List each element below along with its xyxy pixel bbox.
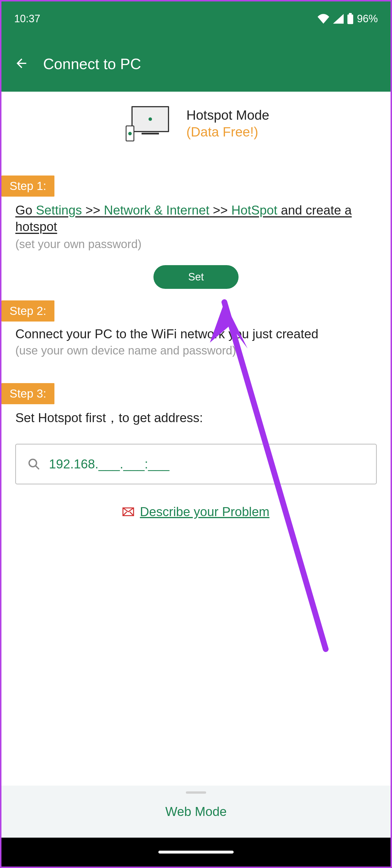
address-value: 192.168.___.___:___ — [49, 457, 169, 471]
step-2-hint: (use your own device name and password) — [15, 344, 377, 357]
footer-label: Web Mode — [165, 804, 227, 819]
mail-icon — [122, 507, 134, 516]
battery-icon — [346, 13, 354, 25]
back-button[interactable] — [14, 56, 29, 72]
step-1-badge: Step 1: — [1, 176, 54, 197]
step-3-instruction: Set Hotspot first，to get address: — [15, 409, 377, 427]
step-2-instruction: Connect your PC to the WiFi network you … — [15, 327, 377, 341]
nav-bar — [1, 838, 391, 867]
step-1-hint: (set your own password) — [15, 238, 377, 251]
web-mode-toggle[interactable]: Web Mode — [1, 785, 391, 838]
home-indicator[interactable] — [158, 851, 234, 854]
address-input[interactable]: 192.168.___.___:___ — [15, 444, 377, 484]
link-hotspot: HotSpot — [231, 203, 277, 217]
signal-icon — [332, 14, 344, 24]
screenshot-frame: 10:37 96% Connect to PC — [0, 0, 392, 868]
txt: >> — [82, 203, 104, 217]
app-bar: Connect to PC — [1, 36, 391, 92]
content: Hotspot Mode (Data Free!) Step 1: Go Set… — [1, 92, 391, 785]
wifi-icon — [317, 14, 329, 24]
device-illustration — [123, 106, 169, 141]
page-title: Connect to PC — [43, 55, 141, 72]
txt: Go — [15, 203, 36, 217]
svg-rect-0 — [347, 14, 353, 24]
link-network: Network & Internet — [104, 203, 209, 217]
mode-subtitle: (Data Free!) — [187, 124, 269, 140]
link-settings: Settings — [36, 203, 82, 217]
status-time: 10:37 — [14, 13, 40, 25]
status-bar: 10:37 96% — [1, 1, 391, 36]
step-2-badge: Step 2: — [1, 301, 54, 321]
step-3-badge: Step 3: — [1, 383, 54, 404]
set-button[interactable]: Set — [153, 265, 239, 289]
status-icons: 96% — [317, 13, 378, 25]
step-1-instruction[interactable]: Go Settings >> Network & Internet >> Hot… — [15, 202, 377, 235]
problem-label: Describe your Problem — [140, 504, 270, 519]
hotspot-mode-header: Hotspot Mode (Data Free!) — [1, 92, 391, 150]
svg-line-3 — [36, 466, 39, 469]
search-icon — [28, 458, 40, 470]
svg-rect-1 — [349, 13, 352, 14]
arrow-left-icon — [14, 56, 29, 70]
describe-problem-link[interactable]: Describe your Problem — [1, 504, 391, 519]
battery-percent: 96% — [357, 13, 378, 25]
mode-title: Hotspot Mode — [187, 107, 269, 123]
txt: >> — [209, 203, 231, 217]
